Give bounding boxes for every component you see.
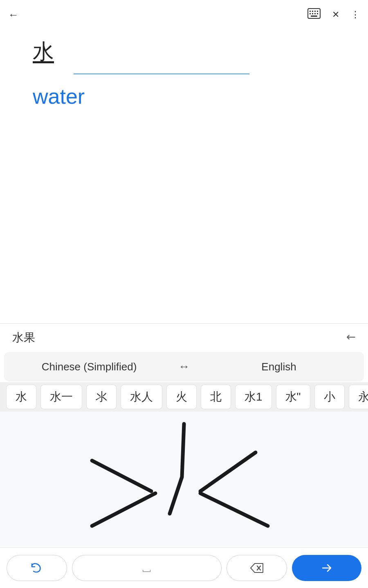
char-suggestion-1[interactable]: 水一: [40, 385, 82, 409]
svg-rect-7: [314, 13, 316, 14]
input-underline: [74, 74, 249, 74]
top-bar: ← ✕ ⋮: [0, 0, 368, 29]
char-suggestion-5[interactable]: 北: [201, 385, 231, 409]
svg-rect-9: [311, 16, 317, 17]
svg-rect-4: [317, 11, 318, 12]
svg-rect-3: [314, 11, 316, 12]
char-suggestion-7[interactable]: 水": [276, 385, 310, 409]
drawing-area[interactable]: [0, 412, 368, 546]
back-button[interactable]: ←: [8, 9, 19, 21]
space-button[interactable]: ⎵: [72, 555, 222, 581]
char-suggestion-3[interactable]: 水人: [121, 385, 162, 409]
translated-text: water: [33, 84, 335, 109]
char-suggestion-8[interactable]: 小: [314, 385, 345, 409]
bottom-toolbar: ⎵: [0, 547, 368, 588]
arrow-icon: ↗: [343, 330, 359, 346]
language-selector: Chinese (Simplified) ↔ English: [4, 352, 364, 381]
source-text: 水: [33, 38, 335, 66]
svg-rect-1: [310, 11, 311, 12]
translation-area: 水 water: [0, 29, 368, 109]
svg-rect-5: [310, 13, 311, 14]
svg-rect-8: [317, 13, 318, 14]
top-bar-left: ←: [8, 9, 19, 21]
suggestions-row: 水果 ↗: [0, 323, 368, 351]
character-suggestions: 水 水一 氺 水人 火 北 水1 水" 小 永: [0, 382, 368, 412]
suggestion-text[interactable]: 水果: [12, 330, 35, 345]
char-suggestion-2[interactable]: 氺: [86, 385, 117, 409]
swap-languages-button[interactable]: ↔: [170, 360, 198, 373]
handwriting-canvas[interactable]: [0, 412, 368, 546]
undo-button[interactable]: [7, 555, 67, 581]
char-suggestion-0[interactable]: 水: [6, 385, 36, 409]
source-language-button[interactable]: Chinese (Simplified): [8, 355, 170, 379]
close-button[interactable]: ✕: [332, 9, 339, 20]
char-suggestion-9[interactable]: 永: [349, 385, 368, 409]
svg-rect-6: [312, 13, 313, 14]
char-suggestion-6[interactable]: 水1: [235, 385, 272, 409]
enter-button[interactable]: [292, 555, 361, 581]
keyboard-icon[interactable]: [307, 8, 321, 21]
target-language-button[interactable]: English: [198, 355, 360, 379]
delete-button[interactable]: [227, 555, 287, 581]
char-suggestion-4[interactable]: 火: [166, 385, 197, 409]
top-bar-right: ✕ ⋮: [307, 8, 360, 21]
more-button[interactable]: ⋮: [351, 9, 360, 20]
svg-rect-2: [312, 11, 313, 12]
